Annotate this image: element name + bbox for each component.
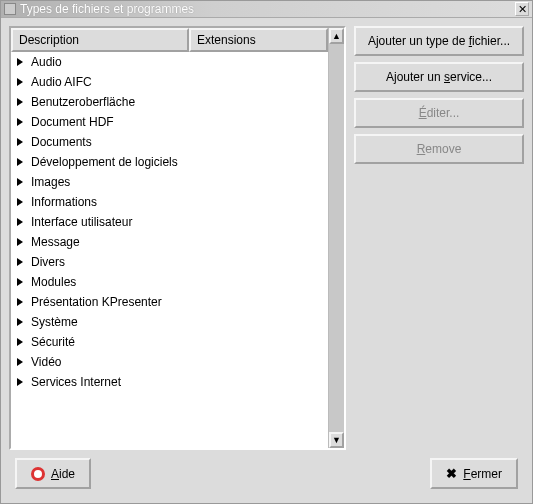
expand-icon[interactable] <box>17 278 23 286</box>
column-header-extensions[interactable]: Extensions <box>189 28 328 52</box>
expand-icon[interactable] <box>17 198 23 206</box>
list-item[interactable]: Document HDF <box>11 112 328 132</box>
help-button[interactable]: Aide <box>15 458 91 489</box>
list-item-label: Images <box>31 175 70 189</box>
content-area: Description Extensions AudioAudio AIFCBe… <box>1 18 532 503</box>
help-icon <box>31 467 45 481</box>
list-item[interactable]: Images <box>11 172 328 192</box>
window: Types de fichiers et programmes ✕ Descri… <box>0 0 533 504</box>
expand-icon[interactable] <box>17 78 23 86</box>
filetype-list-inner[interactable]: Description Extensions AudioAudio AIFCBe… <box>11 28 328 448</box>
remove-button: Remove <box>354 134 524 164</box>
expand-icon[interactable] <box>17 258 23 266</box>
close-button[interactable]: ✖ Fermer <box>430 458 518 489</box>
list-item-label: Audio <box>31 55 62 69</box>
list-item[interactable]: Interface utilisateur <box>11 212 328 232</box>
footer: Aide ✖ Fermer <box>9 450 524 495</box>
window-title: Types de fichiers et programmes <box>20 2 515 16</box>
expand-icon[interactable] <box>17 358 23 366</box>
list-item-label: Services Internet <box>31 375 121 389</box>
expand-icon[interactable] <box>17 118 23 126</box>
list-item-label: Sécurité <box>31 335 75 349</box>
list-item[interactable]: Services Internet <box>11 372 328 392</box>
list-item[interactable]: Informations <box>11 192 328 212</box>
list-item[interactable]: Présentation KPresenter <box>11 292 328 312</box>
list-item-label: Message <box>31 235 80 249</box>
list-item-label: Informations <box>31 195 97 209</box>
list-item[interactable]: Vidéo <box>11 352 328 372</box>
list-item[interactable]: Développement de logiciels <box>11 152 328 172</box>
list-item-label: Modules <box>31 275 76 289</box>
list-item-label: Développement de logiciels <box>31 155 178 169</box>
list-header: Description Extensions <box>11 28 328 52</box>
list-item[interactable]: Message <box>11 232 328 252</box>
list-item[interactable]: Audio AIFC <box>11 72 328 92</box>
list-item-label: Documents <box>31 135 92 149</box>
action-buttons: Ajouter un type de fichier... Ajouter un… <box>354 26 524 450</box>
app-icon <box>4 3 16 15</box>
column-header-description[interactable]: Description <box>11 28 189 52</box>
scroll-track[interactable] <box>329 44 344 432</box>
vertical-scrollbar[interactable]: ▲ ▼ <box>328 28 344 448</box>
window-close-button[interactable]: ✕ <box>515 2 529 16</box>
list-item[interactable]: Documents <box>11 132 328 152</box>
expand-icon[interactable] <box>17 58 23 66</box>
list-item[interactable]: Sécurité <box>11 332 328 352</box>
edit-button: Éditer... <box>354 98 524 128</box>
expand-icon[interactable] <box>17 158 23 166</box>
list-item-label: Document HDF <box>31 115 114 129</box>
filetype-list: Description Extensions AudioAudio AIFCBe… <box>9 26 346 450</box>
scroll-down-button[interactable]: ▼ <box>329 432 344 448</box>
list-item-label: Présentation KPresenter <box>31 295 162 309</box>
list-item-label: Audio AIFC <box>31 75 92 89</box>
list-item-label: Divers <box>31 255 65 269</box>
upper-panel: Description Extensions AudioAudio AIFCBe… <box>9 26 524 450</box>
add-service-button[interactable]: Ajouter un service... <box>354 62 524 92</box>
expand-icon[interactable] <box>17 378 23 386</box>
close-icon: ✖ <box>446 466 457 481</box>
list-item[interactable]: Divers <box>11 252 328 272</box>
expand-icon[interactable] <box>17 298 23 306</box>
list-item[interactable]: Audio <box>11 52 328 72</box>
list-item[interactable]: Modules <box>11 272 328 292</box>
expand-icon[interactable] <box>17 178 23 186</box>
list-item-label: Interface utilisateur <box>31 215 132 229</box>
scroll-up-button[interactable]: ▲ <box>329 28 344 44</box>
expand-icon[interactable] <box>17 238 23 246</box>
list-item[interactable]: Système <box>11 312 328 332</box>
add-filetype-button[interactable]: Ajouter un type de fichier... <box>354 26 524 56</box>
list-item-label: Benutzeroberfläche <box>31 95 135 109</box>
expand-icon[interactable] <box>17 138 23 146</box>
list-item-label: Système <box>31 315 78 329</box>
list-item[interactable]: Benutzeroberfläche <box>11 92 328 112</box>
expand-icon[interactable] <box>17 218 23 226</box>
list-item-label: Vidéo <box>31 355 61 369</box>
list-rows: AudioAudio AIFCBenutzeroberflächeDocumen… <box>11 52 328 392</box>
titlebar[interactable]: Types de fichiers et programmes ✕ <box>1 1 532 18</box>
expand-icon[interactable] <box>17 98 23 106</box>
expand-icon[interactable] <box>17 318 23 326</box>
expand-icon[interactable] <box>17 338 23 346</box>
